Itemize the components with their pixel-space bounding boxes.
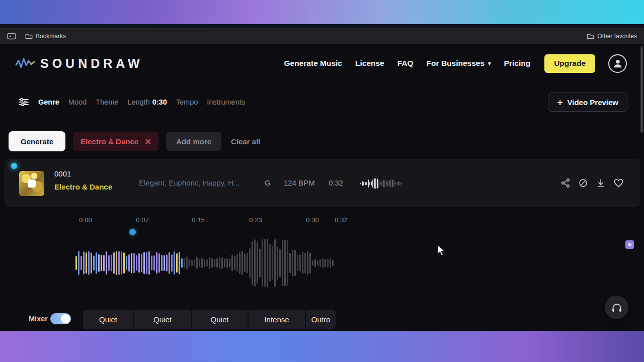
upgrade-button[interactable]: Upgrade: [544, 54, 595, 73]
timeline-label: 0:00: [79, 216, 92, 224]
other-favorites-label: Other favorites: [597, 33, 637, 40]
sliders-icon[interactable]: [18, 98, 29, 107]
clear-all-button[interactable]: Clear all: [231, 137, 260, 146]
toggle-knob: [61, 314, 70, 323]
nav-generate-music[interactable]: Generate Music: [284, 59, 342, 68]
main-nav: Generate Music License FAQ For Businesse…: [284, 54, 627, 73]
genre-chip[interactable]: Electro & Dance: [73, 132, 158, 151]
add-more-button[interactable]: Add more: [166, 132, 221, 151]
filter-bar: Genre Mood Theme Length0:30 Tempo Instru…: [18, 92, 627, 113]
genre-chip-label: Electro & Dance: [80, 137, 138, 146]
similar-songs-icon[interactable]: [578, 178, 588, 188]
mixer-segment[interactable]: Outro: [306, 310, 336, 329]
bookmarks-label: Bookmarks: [36, 33, 66, 40]
desktop-gradient-bottom: [0, 331, 644, 362]
share-icon[interactable]: [560, 178, 571, 188]
mixer-toggle[interactable]: [50, 313, 71, 324]
timeline-label: 0:15: [192, 216, 204, 224]
desktop-gradient-top: [0, 0, 644, 24]
close-icon[interactable]: [145, 139, 151, 144]
mixer-segment[interactable]: Quiet: [134, 310, 191, 329]
length-value: 0:30: [152, 98, 167, 106]
soundraw-logo[interactable]: SOUNDRAW: [15, 56, 143, 71]
timeline-label: 0:07: [136, 216, 148, 224]
picture-in-picture-icon[interactable]: [625, 240, 634, 249]
track-description: Elegant, Euphoric, Happy, H...: [139, 178, 259, 187]
app-header: SOUNDRAW Generate Music License FAQ For …: [15, 48, 627, 78]
generate-button[interactable]: Generate: [9, 131, 65, 151]
mixer-segment[interactable]: Intense: [249, 310, 305, 329]
nav-for-businesses[interactable]: For Businesses ▾: [427, 59, 491, 68]
filter-theme[interactable]: Theme: [96, 98, 118, 106]
person-icon: [612, 58, 623, 69]
plus-icon: +: [557, 98, 562, 107]
sidebar-toggle-icon[interactable]: [7, 33, 16, 40]
playhead-handle[interactable]: [129, 229, 136, 235]
logo-wordmark: SOUNDRAW: [40, 56, 143, 71]
bookmarks-folder[interactable]: Bookmarks: [25, 33, 66, 40]
folder-icon: [25, 33, 33, 39]
track-duration: 0:32: [329, 178, 343, 187]
nav-pricing[interactable]: Pricing: [504, 59, 531, 68]
playing-indicator-dot: [11, 163, 17, 169]
controls-row: Generate Electro & Dance Add more Clear …: [9, 131, 260, 152]
filter-instruments[interactable]: Instruments: [207, 98, 245, 106]
mixer-label: Mixer: [29, 315, 48, 323]
timeline-label: 0:32: [335, 216, 347, 224]
user-avatar[interactable]: [608, 54, 627, 73]
soundraw-app: SOUNDRAW Generate Music License FAQ For …: [0, 44, 644, 331]
waveform[interactable]: [75, 235, 337, 291]
track-genre: Electro & Dance: [54, 183, 112, 191]
stop-button[interactable]: [28, 179, 36, 188]
headphones-icon: [611, 302, 623, 313]
browser-tab-strip: [0, 24, 644, 28]
heart-icon[interactable]: [613, 178, 624, 188]
nav-license[interactable]: License: [355, 59, 384, 68]
timeline-label: 0:23: [249, 216, 262, 224]
support-button[interactable]: [605, 296, 628, 319]
nav-faq[interactable]: FAQ: [397, 59, 414, 68]
folder-icon: [587, 33, 594, 39]
other-favorites-folder[interactable]: Other favorites: [587, 33, 637, 40]
section-segments: Quiet Quiet Quiet Intense Outro: [83, 310, 336, 329]
screen: Bookmarks Other favorites: [0, 0, 644, 362]
filter-tempo[interactable]: Tempo: [176, 98, 198, 106]
track-bpm: 124 BPM: [284, 178, 315, 187]
chevron-down-icon: ▾: [488, 60, 491, 67]
track-row[interactable]: 0001 Electro & Dance Elegant, Euphoric, …: [4, 159, 640, 207]
browser-bookmarks-bar: Bookmarks Other favorites: [0, 28, 644, 44]
track-id: 0001: [54, 169, 71, 178]
track-actions: [560, 178, 624, 188]
timeline-label: 0:30: [306, 216, 318, 224]
mixer-segment[interactable]: Quiet: [192, 310, 248, 329]
track-artwork[interactable]: [19, 171, 44, 196]
filter-mood[interactable]: Mood: [68, 98, 87, 106]
scrollbar-thumb[interactable]: [640, 46, 643, 133]
download-icon[interactable]: [596, 178, 606, 188]
filter-genre[interactable]: Genre: [38, 98, 59, 106]
filter-length[interactable]: Length0:30: [127, 98, 167, 106]
soundwave-logo-icon: [15, 56, 36, 71]
track-key: G: [265, 178, 271, 187]
video-preview-button[interactable]: + Video Preview: [548, 93, 627, 112]
mixer-segment[interactable]: Quiet: [83, 310, 133, 329]
mini-waveform: [360, 177, 405, 190]
